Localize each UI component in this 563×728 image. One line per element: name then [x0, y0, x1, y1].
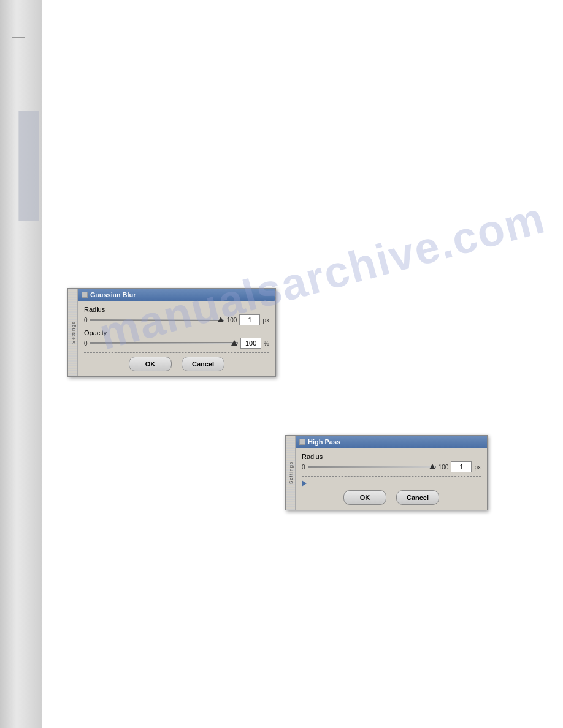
highpass-radius-input[interactable] — [451, 461, 472, 472]
settings-side-label: Settings — [68, 289, 78, 376]
highpass-radius-min: 0 — [302, 464, 305, 471]
gaussian-opacity-input[interactable] — [240, 338, 261, 349]
gaussian-opacity-unit: % — [264, 340, 269, 347]
highpass-radius-track[interactable] — [308, 466, 436, 468]
highpass-dialog: Settings High Pass Radius 0 100 px — [285, 435, 488, 510]
gaussian-opacity-min: 0 — [84, 340, 88, 347]
highpass-cancel-button[interactable]: Cancel — [396, 490, 439, 505]
highpass-dialog-inner: High Pass Radius 0 100 px OK C — [296, 436, 487, 510]
highpass-title-text: High Pass — [308, 438, 340, 446]
gaussian-buttons: OK Cancel — [84, 357, 269, 371]
highpass-settings-side-strip: Settings — [286, 436, 296, 510]
gaussian-ok-button[interactable]: OK — [129, 357, 172, 371]
highpass-arrow-row — [302, 480, 481, 487]
highpass-buttons: OK Cancel — [302, 490, 481, 505]
highpass-radius-unit: px — [474, 464, 481, 471]
gaussian-opacity-slider-row: 0 % — [84, 338, 269, 349]
sidebar: B — [0, 0, 42, 728]
gaussian-opacity-label: Opacity — [84, 329, 269, 336]
highpass-radius-label: Radius — [302, 453, 481, 460]
gaussian-radius-slider-row: 0 100 px — [84, 314, 269, 325]
highpass-radius-thumb — [429, 464, 435, 469]
highpass-radius-slider-row: 0 100 px — [302, 461, 481, 472]
gaussian-blur-dialog: Settings Gaussian Blur Radius 0 100 px O… — [67, 288, 276, 377]
gaussian-radius-label: Radius — [84, 306, 269, 313]
gaussian-radius-unit: px — [262, 317, 269, 324]
gaussian-title-icon — [82, 292, 88, 298]
gaussian-opacity-track[interactable] — [90, 342, 239, 344]
gaussian-radius-input[interactable] — [239, 314, 260, 325]
highpass-divider — [302, 476, 481, 477]
gaussian-titlebar: Gaussian Blur — [78, 289, 275, 301]
highpass-content: Radius 0 100 px OK Cancel — [296, 448, 487, 510]
highpass-radius-max: 100 — [439, 464, 449, 471]
highpass-settings-side-label: Settings — [286, 436, 296, 510]
gaussian-radius-thumb — [218, 317, 224, 322]
gaussian-opacity-thumb — [231, 340, 237, 346]
gaussian-title-text: Gaussian Blur — [90, 291, 136, 298]
gaussian-radius-max: 100 — [227, 317, 237, 324]
sidebar-top-line — [12, 37, 25, 38]
gaussian-dialog-inner: Gaussian Blur Radius 0 100 px Opacity 0 — [78, 289, 275, 376]
highpass-titlebar: High Pass — [296, 436, 487, 448]
gaussian-radius-track[interactable] — [90, 319, 224, 321]
highpass-ok-button[interactable]: OK — [343, 490, 386, 505]
gaussian-cancel-button[interactable]: Cancel — [182, 357, 224, 371]
svg-text:B: B — [8, 86, 39, 254]
sidebar-letter: B — [5, 74, 39, 270]
highpass-title-icon — [299, 439, 305, 445]
gaussian-divider — [84, 352, 269, 353]
highpass-blue-arrow — [302, 480, 307, 487]
settings-side-strip: Settings — [68, 289, 78, 376]
gaussian-radius-min: 0 — [84, 317, 88, 324]
gaussian-content: Radius 0 100 px Opacity 0 % — [78, 301, 275, 376]
